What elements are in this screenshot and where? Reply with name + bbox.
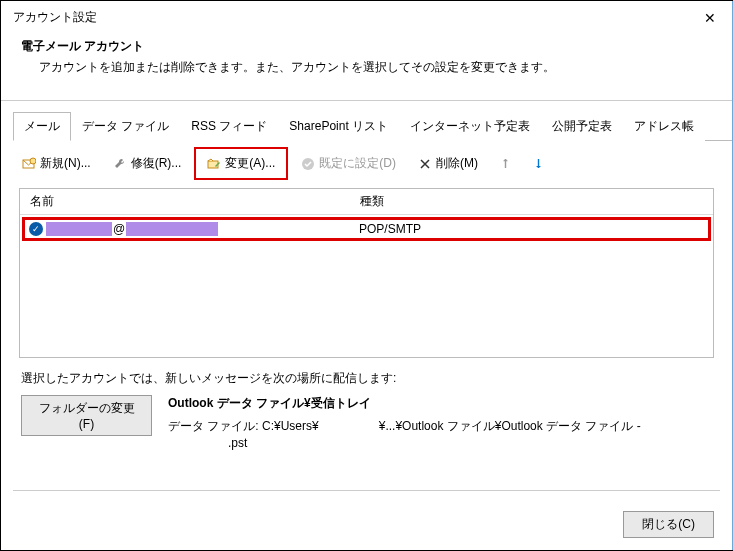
folder-edit-icon [207, 157, 221, 171]
check-circle-icon [301, 157, 315, 171]
toolbar: 新規(N)... 修復(R)... 変更(A)... 既定に設定(D) [1, 141, 732, 186]
column-type[interactable]: 種類 [350, 189, 713, 214]
header-title: 電子メール アカウント [21, 38, 712, 55]
at-symbol: @ [112, 222, 126, 236]
change-folder-button[interactable]: フォルダーの変更(F) [21, 395, 152, 436]
redacted-domain [126, 222, 218, 236]
delete-x-icon [418, 157, 432, 171]
arrow-down-icon: 🠗 [533, 158, 544, 170]
tab-strip: メール データ ファイル RSS フィード SharePoint リスト インタ… [13, 111, 732, 141]
change-button[interactable]: 変更(A)... [198, 150, 284, 177]
repair-button[interactable]: 修復(R)... [104, 150, 191, 177]
svg-point-1 [30, 158, 36, 164]
footer: 閉じる(C) [623, 511, 714, 538]
tab-internet-calendar[interactable]: インターネット予定表 [399, 112, 541, 141]
set-default-label: 既定に設定(D) [319, 155, 396, 172]
tab-published-calendar[interactable]: 公開予定表 [541, 112, 623, 141]
footer-divider [13, 490, 720, 491]
header-description: アカウントを追加または削除できます。また、アカウントを選択してその設定を変更でき… [21, 59, 712, 76]
row-type-cell: POP/SMTP [349, 222, 421, 236]
move-down-button[interactable]: 🠗 [524, 153, 553, 175]
tab-rss[interactable]: RSS フィード [180, 112, 278, 141]
tab-datafiles[interactable]: データ ファイル [71, 112, 180, 141]
column-name[interactable]: 名前 [20, 189, 350, 214]
header-section: 電子メール アカウント アカウントを追加または削除できます。また、アカウントを選… [1, 30, 732, 88]
wrench-icon [113, 157, 127, 171]
redacted-local [46, 222, 112, 236]
delete-button[interactable]: 削除(M) [409, 150, 487, 177]
list-header: 名前 種類 [20, 189, 713, 215]
change-label: 変更(A)... [225, 155, 275, 172]
move-up-button[interactable]: 🠕 [491, 153, 520, 175]
row-name-cell: ✓ @ [29, 222, 349, 236]
close-button[interactable]: 閉じる(C) [623, 511, 714, 538]
delivery-section: 選択したアカウントでは、新しいメッセージを次の場所に配信します: フォルダーの変… [1, 358, 732, 460]
account-list: 名前 種類 ✓ @ POP/SMTP [19, 188, 714, 358]
delivery-location-path: データ ファイル: C:¥Users¥ ¥...¥Outlook ファイル¥Ou… [168, 418, 712, 452]
new-mail-icon [22, 157, 36, 171]
delivery-row: フォルダーの変更(F) Outlook データ ファイル¥受信トレイ データ フ… [21, 395, 712, 452]
delivery-info-text: 選択したアカウントでは、新しいメッセージを次の場所に配信します: [21, 370, 712, 387]
delivery-location-title: Outlook データ ファイル¥受信トレイ [168, 395, 712, 412]
new-label: 新規(N)... [40, 155, 91, 172]
delete-label: 削除(M) [436, 155, 478, 172]
close-icon[interactable]: ✕ [700, 10, 720, 26]
titlebar: アカウント設定 ✕ [1, 1, 732, 30]
repair-label: 修復(R)... [131, 155, 182, 172]
tab-sharepoint[interactable]: SharePoint リスト [278, 112, 399, 141]
set-default-button[interactable]: 既定に設定(D) [292, 150, 405, 177]
account-settings-window: アカウント設定 ✕ 電子メール アカウント アカウントを追加または削除できます。… [0, 0, 733, 551]
new-button[interactable]: 新規(N)... [13, 150, 100, 177]
default-check-icon: ✓ [29, 222, 43, 236]
arrow-up-icon: 🠕 [500, 158, 511, 170]
change-highlight: 変更(A)... [194, 147, 288, 180]
delivery-details: Outlook データ ファイル¥受信トレイ データ ファイル: C:¥User… [168, 395, 712, 452]
account-row[interactable]: ✓ @ POP/SMTP [22, 217, 711, 241]
tab-mail[interactable]: メール [13, 112, 71, 141]
divider [1, 100, 732, 101]
tab-addressbook[interactable]: アドレス帳 [623, 112, 705, 141]
window-title: アカウント設定 [13, 9, 97, 26]
